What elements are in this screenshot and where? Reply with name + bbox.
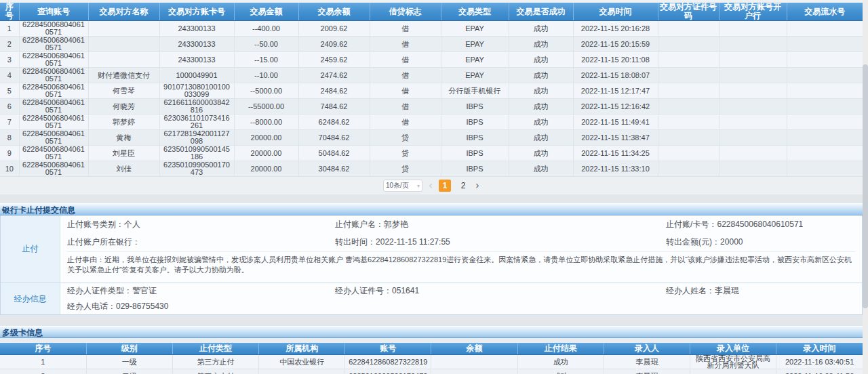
handler-info-row: 经办信息 经办人证件类型：警官证 经办人证件号：051641 经办人姓名：李晨琨…	[1, 283, 862, 314]
table-row: 16228450068040610571243300133--400.00200…	[0, 21, 863, 37]
vertical-scrollbar[interactable]	[863, 0, 868, 374]
table-row: 36228450068040610571243300133--15.002459…	[0, 52, 863, 68]
table-cell: 50484.62	[298, 146, 370, 161]
panel-divider	[0, 315, 863, 326]
page-content: 序号查询账号交易对方名称交易对方账卡号交易金额交易余额借贷标志交易类型交易是否成…	[0, 0, 863, 374]
table-cell: 6217281942001127098	[159, 130, 234, 146]
table-cell: 成功	[517, 369, 604, 374]
table-cell: 1	[0, 355, 86, 369]
table-cell: 2022-11-15 12:17:47	[573, 83, 658, 99]
section-spacer	[0, 338, 863, 343]
stop-payment-row: 止付 止付账号类别：个人 止付账户名：郭梦艳 止付账/卡号：6228450068…	[1, 215, 862, 283]
table-row: 2二级第三方止付6235010990500170473成功李晨琨2022-11-…	[0, 369, 863, 374]
field-label: 转出时间：	[335, 237, 376, 247]
table-cell: 6235010990500170473	[159, 161, 234, 177]
table-cell: 20000.00	[234, 130, 298, 146]
column-header: 录入单位	[690, 343, 776, 355]
table-cell: --10.00	[234, 68, 298, 83]
page-button-2[interactable]: 2	[457, 180, 469, 192]
scrollbar-thumb[interactable]	[863, 64, 868, 308]
table-cell	[259, 369, 345, 374]
table-cell: 借	[370, 52, 441, 68]
table-cell: --50.00	[234, 37, 298, 52]
table-cell: --400.00	[234, 21, 298, 37]
table-cell	[658, 21, 719, 37]
table-cell: 借	[370, 83, 441, 99]
table-row: 56228450068040610571何雪琴90107130801001000…	[0, 83, 863, 99]
table-cell	[431, 369, 517, 374]
table-cell: 1	[0, 21, 19, 37]
table-cell	[658, 37, 719, 52]
table-cell: 成功	[509, 83, 573, 99]
table-cell: 借	[370, 68, 441, 83]
table-row: 46228450068040610571财付通微信支付1000049901--1…	[0, 68, 863, 83]
field-transfer-amount: 转出金额(元)：20000	[666, 233, 855, 251]
table-cell: 陕西省西安市公安局高新分局刑警大队	[690, 355, 776, 369]
table-cell	[719, 161, 787, 177]
column-header: 查询账号	[19, 3, 88, 21]
field-label: 止付账号类别：	[67, 220, 124, 229]
column-header: 止付结果	[517, 343, 604, 355]
table-cell: 243300133	[159, 21, 234, 37]
transactions-table: 序号查询账号交易对方名称交易对方账卡号交易金额交易余额借贷标志交易类型交易是否成…	[0, 3, 863, 177]
field-label: 止付账户名：	[335, 220, 384, 229]
table-cell: 2022-11-15 20:15:59	[573, 37, 658, 52]
table-cell	[658, 130, 719, 146]
table-cell	[787, 115, 863, 130]
field-label: 经办人证件类型：	[67, 286, 132, 295]
table-cell: 贷	[370, 146, 441, 161]
column-header: 交易时间	[573, 3, 658, 21]
table-cell	[719, 130, 787, 146]
prev-page-icon[interactable]: ‹	[429, 180, 433, 192]
table-cell: 30484.62	[298, 161, 370, 177]
table-cell	[719, 21, 787, 37]
table-cell: 2459.62	[298, 52, 370, 68]
field-value: 051641	[392, 286, 419, 295]
table-cell: 2022-11-15 18:08:07	[573, 68, 658, 83]
table-cell	[787, 21, 863, 37]
table-cell: 6228450068040610571	[19, 99, 88, 115]
table-cell: 20000.00	[234, 146, 298, 161]
table-cell	[787, 68, 863, 83]
table-row: 26228450068040610571243300133--50.002409…	[0, 37, 863, 52]
table-row: 86228450068040610571黄梅621728194200112709…	[0, 130, 863, 146]
table-cell: 2009.62	[298, 21, 370, 37]
field-value: 李晨琨	[715, 286, 739, 295]
table-cell: 二级	[86, 369, 172, 374]
table-cell: 6216611600003842816	[159, 99, 234, 115]
next-page-icon[interactable]: ›	[475, 180, 479, 192]
table-cell: 2484.62	[298, 83, 370, 99]
table-cell: 成功	[509, 99, 573, 115]
table-cell	[787, 37, 863, 52]
table-cell: 6228450068040610571	[19, 130, 88, 146]
table-cell: 2022-11-15 20:16:28	[573, 21, 658, 37]
table-cell	[719, 83, 787, 99]
table-cell: 2	[0, 369, 86, 374]
page-button-1[interactable]: 1	[439, 180, 451, 192]
field-label: 经办人姓名：	[666, 286, 715, 295]
table-cell: 6228450068040610571	[19, 37, 88, 52]
page-size-label: 10条/页	[386, 181, 409, 190]
field-stop-bank: 止付账户所在银行：	[67, 233, 335, 251]
page-size-select[interactable]: 10条/页 ▾	[383, 180, 422, 192]
column-header: 交易对方账号开户行	[719, 3, 787, 21]
field-transfer-time: 转出时间：2022-11-15 11:27:55	[335, 233, 666, 251]
field-value: 029-86755430	[116, 302, 168, 311]
field-value: 个人	[124, 220, 140, 229]
table-cell: 成功	[509, 161, 573, 177]
table-cell: 6235010990500145186	[159, 146, 234, 161]
table-cell: 8	[0, 130, 19, 146]
field-value: 6228450068040610571	[717, 220, 803, 229]
table-cell: 9	[0, 146, 19, 161]
column-header: 交易是否成功	[509, 3, 573, 21]
table-cell: 借	[370, 99, 441, 115]
table-cell	[658, 161, 719, 177]
table-cell	[719, 99, 787, 115]
table-cell	[658, 52, 719, 68]
table-cell: 6228450068040610571	[19, 146, 88, 161]
field-label: 经办人证件号：	[335, 286, 392, 295]
field-handler-name: 经办人姓名：李晨琨	[666, 283, 855, 299]
column-header: 所属机构	[259, 343, 345, 355]
column-header: 交易对方名称	[88, 3, 159, 21]
table-cell: 成功	[509, 115, 573, 130]
